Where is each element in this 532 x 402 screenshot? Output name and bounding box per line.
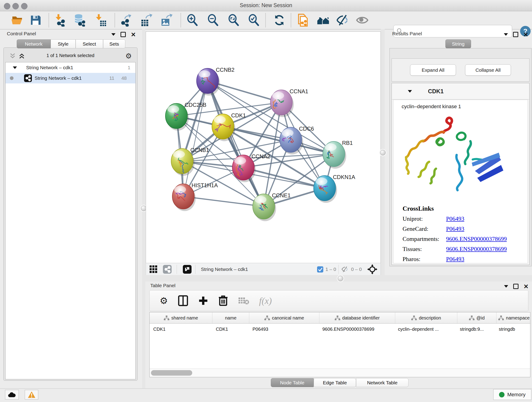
crosslink-link[interactable]: P06493: [446, 225, 464, 232]
gear-icon[interactable]: ⚙: [125, 52, 132, 60]
zoom-fit-button[interactable]: [227, 13, 240, 27]
network-graph[interactable]: CCNB2CCNA1CDC25BCDK1CDC6RB1CCNB1CCNA2CDK…: [146, 32, 380, 263]
panel-close-icon[interactable]: ✕: [131, 32, 136, 37]
node-description: cyclin–dependent kinase 1: [402, 104, 528, 109]
grid-view-icon[interactable]: [149, 265, 158, 274]
export-network-button[interactable]: [119, 13, 133, 27]
hide-results-button[interactable]: [336, 13, 349, 27]
string-import-button[interactable]: [296, 13, 309, 27]
network-row[interactable]: String Network – cdk1 11 48: [6, 73, 135, 83]
column-header-2[interactable]: canonical name: [249, 313, 319, 323]
graph-node-label: CDC6: [299, 126, 314, 132]
graph-node-label: CDK1: [231, 112, 246, 119]
memory-button[interactable]: Memory: [493, 389, 531, 400]
cell-0[interactable]: CDK1: [150, 324, 212, 335]
column-header-5[interactable]: @id: [457, 313, 496, 323]
show-results-button[interactable]: [355, 13, 369, 27]
crosslink-link[interactable]: P06493: [446, 256, 464, 263]
table-row[interactable]: CDK1CDK1P064939606.ENSP00000378699cyclin…: [150, 324, 530, 335]
panel-menu-icon[interactable]: [504, 33, 508, 36]
bottom-splitter-handle[interactable]: [338, 276, 343, 281]
panel-float-icon[interactable]: [513, 284, 519, 289]
right-splitter[interactable]: [381, 29, 385, 281]
zoom-in-button[interactable]: [186, 13, 199, 27]
panel-close-icon[interactable]: ✕: [523, 32, 528, 37]
birds-eye-crosshair-icon[interactable]: [367, 264, 377, 274]
graph-node-label: HIST1H1A: [191, 182, 218, 188]
tab-string[interactable]: String: [445, 39, 471, 48]
tab-network[interactable]: Network: [17, 39, 51, 48]
column-header-0[interactable]: shared name: [150, 313, 212, 323]
expand-all-button[interactable]: Expand All: [410, 64, 456, 76]
open-session-button[interactable]: [11, 13, 24, 27]
panel-menu-icon[interactable]: [111, 33, 115, 36]
network-collection-row[interactable]: String Network – cdk1 1: [6, 62, 135, 73]
tab-style[interactable]: Style: [51, 39, 76, 48]
panel-close-icon[interactable]: ✕: [524, 284, 529, 289]
scrollbar-thumb[interactable]: [151, 370, 192, 376]
columns-icon[interactable]: [178, 295, 188, 306]
import-table-icon: [94, 14, 107, 27]
delete-column-icon[interactable]: [218, 295, 228, 306]
column-header-4[interactable]: description: [395, 313, 457, 323]
network-share-toggle-icon[interactable]: [163, 265, 172, 274]
cloud-icon: [8, 392, 16, 398]
save-session-button[interactable]: [29, 13, 42, 27]
node-result-header[interactable]: CDK1: [392, 83, 529, 99]
column-type-icon: [498, 315, 504, 320]
cell-1[interactable]: CDK1: [212, 324, 249, 335]
import-table-button[interactable]: [94, 13, 107, 27]
cloud-status-button[interactable]: [5, 390, 19, 400]
string-home-button[interactable]: [317, 13, 330, 27]
column-header-6[interactable]: namespace: [496, 313, 530, 323]
column-header-1[interactable]: name: [212, 313, 249, 323]
open-in-new-icon[interactable]: [183, 265, 191, 274]
import-network-file-button[interactable]: [54, 13, 67, 27]
network-tree: String Network – cdk1 1 String Network –…: [5, 62, 136, 379]
zoom-selected-button[interactable]: [247, 13, 260, 27]
crosslink-link[interactable]: P06493: [446, 216, 464, 222]
crosslink-label: Compartments:: [403, 236, 446, 242]
tab-sets[interactable]: Sets: [103, 39, 125, 48]
tree-expander-icon[interactable]: [13, 66, 17, 69]
add-column-icon[interactable]: [198, 296, 208, 306]
collapse-all-button[interactable]: Collapse All: [465, 64, 511, 76]
export-image-button[interactable]: [159, 13, 173, 27]
table-gear-icon[interactable]: ⚙: [160, 295, 168, 306]
zoom-out-button[interactable]: [206, 13, 220, 27]
cell-3[interactable]: 9606.ENSP00000378699: [319, 324, 394, 335]
panel-menu-icon[interactable]: [504, 285, 508, 288]
import-network-database-button[interactable]: [73, 13, 87, 27]
refresh-button[interactable]: [273, 13, 286, 27]
export-network-icon: [119, 14, 132, 27]
network-edge-count: 48: [121, 75, 127, 81]
export-table-button[interactable]: [139, 13, 152, 27]
panel-float-icon[interactable]: [513, 32, 518, 37]
zoom-selected-icon: [247, 14, 260, 27]
crosslink-link[interactable]: 9606.ENSP00000378699: [446, 246, 507, 253]
warnings-button[interactable]: [25, 390, 38, 400]
control-panel: Control Panel ✕ Network Style Select Set…: [0, 29, 142, 389]
column-header-3[interactable]: database identifier: [319, 313, 395, 323]
cell-5[interactable]: stringdb:9...: [456, 324, 495, 335]
network-selection-bar: 1 of 1 Network selected ⚙: [4, 51, 137, 61]
tab-node-table[interactable]: Node Table: [271, 378, 314, 387]
cell-6[interactable]: stringdb: [495, 324, 530, 335]
tab-edge-table[interactable]: Edge Table: [314, 378, 356, 387]
tab-network-table[interactable]: Network Table: [356, 378, 409, 387]
panel-float-icon[interactable]: [120, 32, 126, 37]
string-document-icon: [296, 14, 309, 27]
network-canvas[interactable]: CCNB2CCNA1CDC25BCDK1CDC6RB1CCNB1CCNA2CDK…: [146, 32, 381, 263]
cell-2[interactable]: P06493: [249, 324, 319, 335]
cytoscape-window: Session: New Session: [0, 0, 532, 402]
crosslink-link[interactable]: 9606.ENSP00000378699: [446, 236, 507, 242]
column-label: name: [225, 315, 236, 321]
graph-node-label: CCNB1: [190, 147, 209, 153]
left-splitter[interactable]: [142, 29, 145, 389]
network-collection-label: String Network – cdk1: [26, 65, 73, 70]
section-expander-icon[interactable]: [408, 90, 412, 93]
selected-checkbox-icon[interactable]: [317, 266, 323, 273]
tab-select[interactable]: Select: [76, 39, 103, 48]
horizontal-scrollbar[interactable]: [150, 369, 530, 377]
cell-4[interactable]: cyclin–dependent ...: [394, 324, 456, 335]
